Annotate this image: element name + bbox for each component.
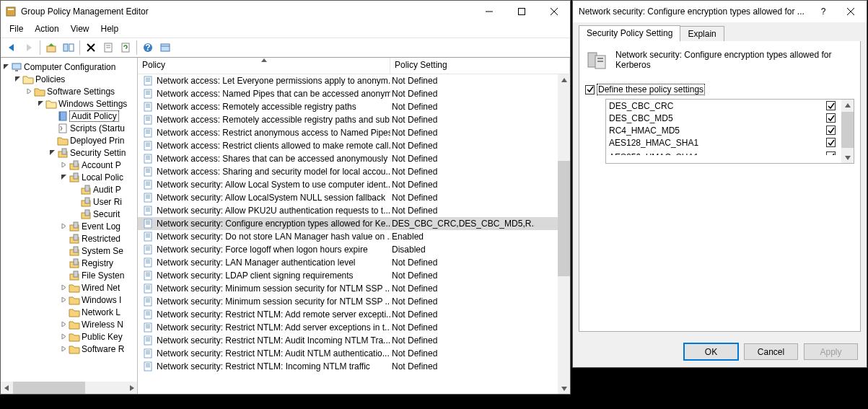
tree-item[interactable]: Event Log: [1, 220, 137, 232]
policy-row[interactable]: Network access: Named Pipes that can be …: [138, 87, 570, 100]
scroll-up-icon[interactable]: [841, 100, 854, 112]
define-checkbox[interactable]: [585, 85, 595, 94]
enc-option[interactable]: AES128_HMAC_SHA1: [606, 136, 841, 149]
col-policy[interactable]: Policy: [138, 58, 390, 74]
tree-item[interactable]: Windows Settings: [1, 97, 137, 110]
apply-button[interactable]: Apply: [804, 343, 858, 360]
tree-item[interactable]: Securit: [1, 208, 137, 220]
menu-help[interactable]: Help: [95, 22, 125, 38]
show-hide-tree-button[interactable]: [61, 40, 76, 56]
policy-row[interactable]: Network security: LAN Manager authentica…: [138, 256, 570, 269]
menu-view[interactable]: View: [65, 22, 95, 38]
enc-option[interactable]: DES_CBC_MD5: [606, 112, 841, 124]
main-titlebar[interactable]: Group Policy Management Editor: [1, 1, 570, 22]
properties-button[interactable]: [100, 40, 116, 56]
policy-row[interactable]: Network access: Restrict clients allowed…: [138, 139, 570, 152]
tree-twisty[interactable]: [58, 333, 69, 340]
policy-row[interactable]: Network security: Allow PKU2U authentica…: [138, 204, 570, 217]
policy-row[interactable]: Network security: LDAP client signing re…: [138, 269, 570, 282]
policy-row[interactable]: Network access: Remotely accessible regi…: [138, 100, 570, 113]
maximize-button[interactable]: [505, 1, 538, 22]
scroll-up-icon[interactable]: [558, 74, 570, 87]
enc-option[interactable]: RC4_HMAC_MD5: [606, 124, 841, 136]
scroll-thumb[interactable]: [558, 161, 570, 276]
tree-item[interactable]: File Systen: [1, 269, 137, 281]
scroll-thumb[interactable]: [841, 112, 854, 148]
tree-item[interactable]: Deployed Prin: [1, 134, 137, 146]
export-list-button[interactable]: [157, 40, 173, 56]
tree-item[interactable]: Registry: [1, 257, 137, 269]
delete-button[interactable]: [83, 40, 99, 56]
menu-file[interactable]: File: [4, 22, 29, 38]
tree-item[interactable]: Wireless N: [1, 318, 137, 330]
policy-list[interactable]: Policy Policy Setting Network access: Le…: [138, 58, 570, 394]
tree-pane[interactable]: Computer ConfigurationPoliciesSoftware S…: [1, 58, 138, 394]
ok-button[interactable]: OK: [684, 343, 738, 360]
policy-row[interactable]: Network security: Minimum session securi…: [138, 295, 570, 308]
tree-twisty[interactable]: [58, 346, 69, 352]
policy-row[interactable]: Network access: Shares that can be acces…: [138, 152, 570, 165]
enc-checkbox[interactable]: [826, 101, 836, 110]
help-button[interactable]: ?: [140, 40, 156, 56]
policy-row[interactable]: Network security: Minimum session securi…: [138, 282, 570, 295]
tree-item[interactable]: User Ri: [1, 195, 137, 208]
tree-item[interactable]: Local Polic: [1, 171, 137, 183]
policy-row[interactable]: Network access: Sharing and security mod…: [138, 165, 570, 178]
enc-checkbox[interactable]: [826, 126, 836, 135]
tree-item[interactable]: Wired Net: [1, 281, 137, 294]
tree-item[interactable]: Software R: [1, 343, 137, 355]
tree-item[interactable]: Public Key: [1, 330, 137, 343]
tree-twisty[interactable]: [58, 174, 69, 180]
policy-row[interactable]: Network access: Let Everyone permissions…: [138, 74, 570, 87]
tree-twisty[interactable]: [24, 88, 34, 94]
policy-row[interactable]: Network security: Restrict NTLM: Audit I…: [138, 334, 570, 347]
encryption-types-list[interactable]: DES_CBC_CRCDES_CBC_MD5RC4_HMAC_MD5AES128…: [605, 99, 854, 164]
tab-explain[interactable]: Explain: [680, 26, 724, 42]
back-button[interactable]: [4, 40, 19, 56]
tree-twisty[interactable]: [58, 162, 69, 168]
tree-item[interactable]: Security Settin: [1, 146, 137, 159]
policy-row[interactable]: Network access: Remotely accessible regi…: [138, 113, 570, 126]
tree-item[interactable]: Audit Policy: [1, 110, 137, 122]
enclist-vscroll[interactable]: [841, 100, 854, 163]
tree-item[interactable]: Restricted: [1, 232, 137, 245]
tree-twisty[interactable]: [58, 296, 69, 303]
minimize-button[interactable]: [473, 1, 505, 22]
tree-twisty[interactable]: [35, 100, 45, 107]
enc-checkbox[interactable]: [826, 151, 836, 155]
menu-action[interactable]: Action: [29, 22, 64, 38]
policy-row[interactable]: Network security: Allow LocalSystem NULL…: [138, 191, 570, 204]
policy-row[interactable]: Network security: Do not store LAN Manag…: [138, 230, 570, 243]
scroll-left-icon[interactable]: [1, 382, 13, 394]
close-button[interactable]: [538, 1, 570, 22]
dialog-titlebar[interactable]: Network security: Configure encryption t…: [573, 1, 867, 22]
col-setting[interactable]: Policy Setting: [390, 58, 570, 74]
enc-checkbox[interactable]: [826, 138, 836, 147]
tree-item[interactable]: Account P: [1, 159, 137, 171]
help-icon[interactable]: ?: [812, 1, 834, 22]
enc-option[interactable]: DES_CBC_CRC: [606, 100, 841, 112]
policy-row[interactable]: Network security: Force logoff when logo…: [138, 243, 570, 256]
tree-item[interactable]: Audit P: [1, 183, 137, 195]
tree-twisty[interactable]: [58, 284, 69, 291]
tree-twisty[interactable]: [58, 321, 69, 327]
tree-twisty[interactable]: [12, 76, 22, 82]
scroll-down-icon[interactable]: [841, 151, 854, 163]
refresh-button[interactable]: [118, 40, 133, 56]
scroll-down-icon[interactable]: [558, 382, 570, 394]
scroll-thumb[interactable]: [13, 382, 85, 394]
policy-row[interactable]: Network security: Restrict NTLM: Audit N…: [138, 347, 570, 360]
enc-option[interactable]: AES256_HMAC_SHA1: [606, 149, 841, 155]
tree-item[interactable]: Software Settings: [1, 85, 137, 97]
tree-twisty[interactable]: [1, 63, 11, 70]
policy-row[interactable]: Network security: Configure encryption t…: [138, 217, 570, 230]
tree-item[interactable]: Windows I: [1, 294, 137, 306]
dialog-close-button[interactable]: [834, 1, 867, 22]
tree-item[interactable]: System Se: [1, 245, 137, 257]
forward-button[interactable]: [21, 40, 37, 56]
up-button[interactable]: [43, 40, 59, 56]
enc-checkbox[interactable]: [826, 113, 836, 123]
tree-item[interactable]: Computer Configuration: [1, 61, 137, 73]
policy-row[interactable]: Network access: Restrict anonymous acces…: [138, 126, 570, 139]
tree-hscroll[interactable]: [1, 382, 137, 394]
